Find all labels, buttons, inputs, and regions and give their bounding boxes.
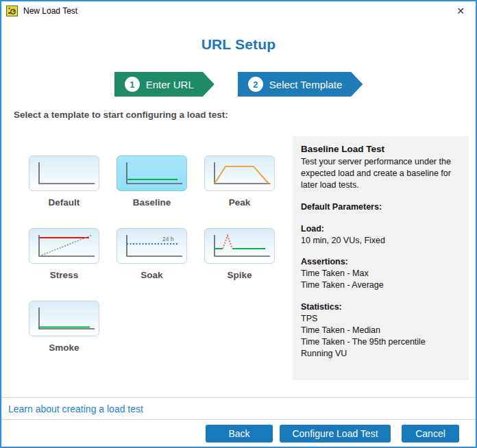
back-button[interactable]: Back bbox=[206, 425, 273, 443]
template-peak[interactable]: Peak bbox=[204, 155, 275, 208]
learn-link[interactable]: Learn about creating a load test bbox=[8, 403, 143, 414]
smoke-chart-icon bbox=[29, 301, 99, 336]
details-line: Time Taken - Max bbox=[301, 268, 461, 279]
template-label: Smoke bbox=[29, 343, 99, 353]
template-spike[interactable]: Spike bbox=[204, 228, 275, 280]
instruction-text: Select a template to start configuring a… bbox=[14, 110, 228, 120]
configure-load-test-button[interactable]: Configure Load Test bbox=[280, 425, 391, 443]
details-heading: Statistics: bbox=[301, 301, 461, 313]
default-template-thumbnail[interactable] bbox=[29, 155, 99, 191]
step-enter-url[interactable]: 1 Enter URL bbox=[114, 72, 215, 97]
new-load-test-dialog: New Load Test ✕ URL Setup 1 Enter URL 2 … bbox=[0, 0, 477, 448]
stress-chart-icon bbox=[29, 229, 99, 263]
spike-template-thumbnail[interactable] bbox=[204, 228, 275, 264]
template-grid: Default Baseline Peak bbox=[29, 155, 282, 353]
details-line: TPS bbox=[301, 313, 461, 325]
template-smoke[interactable]: Smoke bbox=[29, 301, 99, 353]
default-chart-icon bbox=[29, 156, 99, 190]
baseline-template-thumbnail[interactable] bbox=[117, 155, 187, 191]
step-number-badge: 1 bbox=[125, 77, 140, 92]
smoke-template-thumbnail[interactable] bbox=[29, 301, 99, 336]
details-heading: Load: bbox=[301, 223, 461, 235]
help-row: Learn about creating a load test bbox=[1, 397, 476, 420]
details-line: Running VU bbox=[301, 348, 461, 360]
peak-chart-icon bbox=[205, 156, 274, 190]
step-number-badge: 2 bbox=[248, 77, 263, 92]
page-title: URL Setup bbox=[1, 36, 476, 53]
details-line: Time Taken - The 95th percentile bbox=[301, 336, 461, 348]
template-label: Stress bbox=[29, 270, 99, 280]
template-label: Soak bbox=[117, 270, 187, 280]
step-label: Enter URL bbox=[146, 79, 194, 90]
details-title: Baseline Load Test bbox=[301, 143, 461, 155]
soak-template-thumbnail[interactable]: 24 h bbox=[117, 228, 187, 264]
template-default[interactable]: Default bbox=[29, 155, 99, 208]
soak-chart-icon: 24 h bbox=[117, 229, 186, 263]
template-label: Spike bbox=[204, 270, 275, 280]
app-icon bbox=[6, 5, 18, 16]
template-stress[interactable]: Stress bbox=[29, 228, 99, 280]
template-label: Peak bbox=[204, 197, 275, 208]
template-soak[interactable]: 24 h Soak bbox=[117, 228, 187, 280]
baseline-chart-icon bbox=[117, 156, 186, 190]
spike-chart-icon bbox=[205, 229, 274, 263]
template-label: Baseline bbox=[117, 197, 187, 208]
cancel-button[interactable]: Cancel bbox=[402, 425, 459, 443]
details-description: Test your server performance under the e… bbox=[301, 156, 461, 191]
details-heading: Assertions: bbox=[301, 256, 461, 268]
title-bar: New Load Test ✕ bbox=[1, 1, 476, 21]
details-line: Time Taken - Average bbox=[301, 279, 461, 291]
details-heading: Default Parameters: bbox=[301, 201, 461, 213]
close-icon[interactable]: ✕ bbox=[445, 1, 476, 21]
template-details-panel: Baseline Load Test Test your server perf… bbox=[293, 136, 469, 380]
step-label: Select Template bbox=[269, 79, 342, 90]
footer: Back Configure Load Test Cancel bbox=[1, 420, 476, 447]
peak-template-thumbnail[interactable] bbox=[204, 155, 275, 191]
stress-template-thumbnail[interactable] bbox=[29, 228, 99, 264]
details-line: 10 min, 20 VUs, Fixed bbox=[301, 235, 461, 247]
details-line: Time Taken - Median bbox=[301, 325, 461, 336]
template-label: Default bbox=[29, 197, 99, 208]
window-title: New Load Test bbox=[23, 6, 77, 16]
template-baseline[interactable]: Baseline bbox=[117, 155, 187, 208]
soak-duration-label: 24 h bbox=[162, 236, 174, 242]
wizard-steps: 1 Enter URL 2 Select Template bbox=[1, 72, 476, 97]
step-select-template[interactable]: 2 Select Template bbox=[238, 72, 363, 97]
